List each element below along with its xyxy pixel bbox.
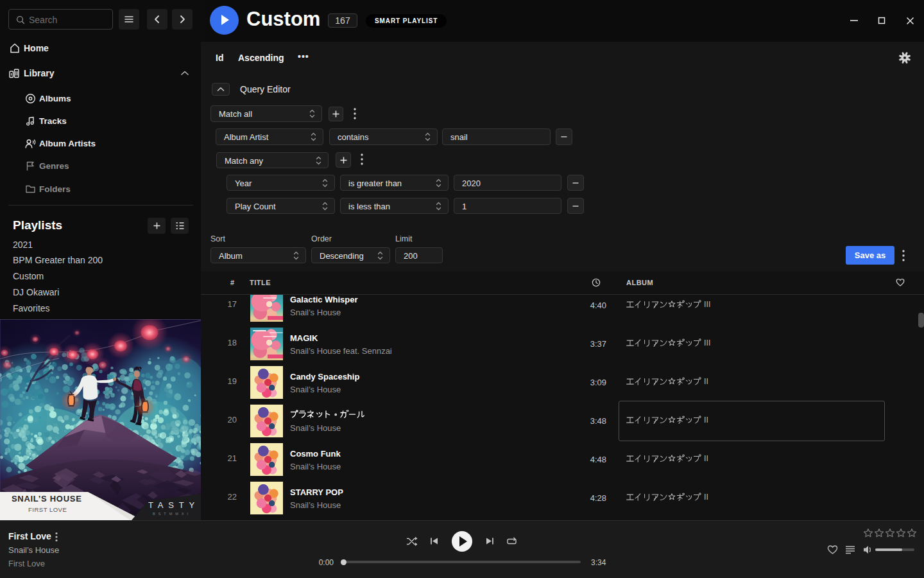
svg-text:III: III <box>704 338 710 347</box>
svg-text:III: III <box>704 300 710 309</box>
svg-text:II: II <box>704 493 708 502</box>
svg-text:II: II <box>704 454 708 463</box>
svg-text:II: II <box>704 377 708 386</box>
